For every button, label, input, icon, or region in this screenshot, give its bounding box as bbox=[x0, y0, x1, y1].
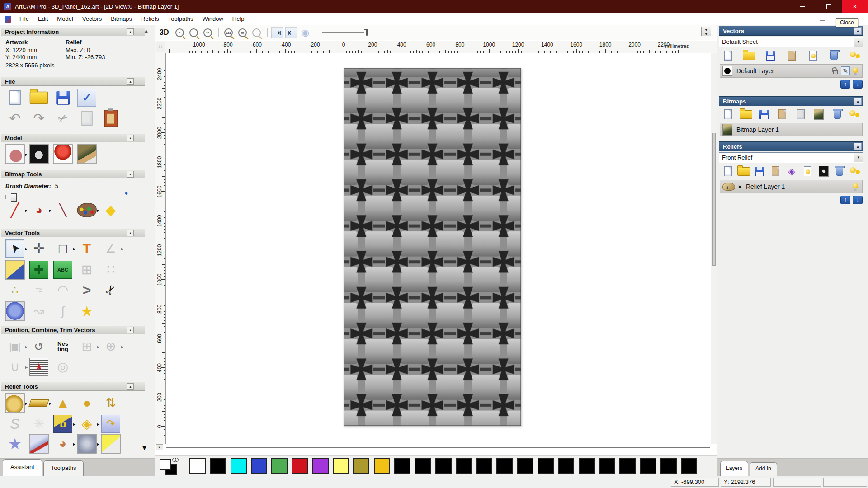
section-header-model[interactable]: Model ▲ bbox=[1, 134, 145, 142]
arc-fit-button[interactable]: ◠ bbox=[53, 281, 72, 299]
reliefs-header[interactable]: Reliefs ▲ bbox=[719, 141, 863, 151]
zoom-out-button[interactable]: − bbox=[187, 27, 200, 38]
create-rectangle-flyout[interactable]: ► bbox=[72, 247, 76, 251]
align-vectors-flyout[interactable]: ► bbox=[24, 345, 28, 349]
zoom-fit-button[interactable]: ▭ bbox=[236, 27, 249, 38]
stamp-relief-flyout[interactable]: ► bbox=[96, 422, 100, 427]
block-copy-button[interactable]: ⊞► bbox=[77, 338, 96, 356]
bevel-vectors-button[interactable]: > bbox=[77, 281, 96, 299]
palette-swatch-10[interactable] bbox=[394, 458, 410, 474]
vector-texture-button[interactable]: ★ bbox=[29, 358, 48, 376]
new-vector-layer-button[interactable] bbox=[721, 50, 735, 61]
paint-brush-button[interactable]: ╱► bbox=[5, 201, 24, 219]
hscroll-track[interactable] bbox=[166, 447, 710, 448]
palette-swatch-23[interactable] bbox=[660, 458, 677, 474]
zero-plane-button[interactable]: ► bbox=[29, 394, 48, 412]
join-vectors-button[interactable]: ∪► bbox=[5, 358, 24, 376]
dome-relief-button[interactable]: ● bbox=[77, 394, 96, 412]
palette-flyout[interactable]: ► bbox=[96, 208, 100, 213]
open-vector-layer-button[interactable] bbox=[742, 50, 756, 61]
combine-reliefs-button[interactable]: ⇅ bbox=[101, 394, 120, 412]
collapse-icon[interactable]: ▲ bbox=[854, 27, 862, 35]
select-vectors-flyout[interactable]: ► bbox=[24, 247, 28, 251]
vertical-scrollbar[interactable] bbox=[711, 53, 717, 444]
flood-fill-flyout[interactable]: ► bbox=[48, 208, 52, 213]
palette-swatch-8[interactable] bbox=[353, 458, 369, 474]
section-header-vector-tools[interactable]: Vector Tools ▲ bbox=[1, 229, 145, 237]
palette-swatch-16[interactable] bbox=[517, 458, 533, 474]
calculate-relief-flyout[interactable]: ► bbox=[24, 401, 28, 406]
collapse-icon[interactable]: ▲ bbox=[127, 78, 134, 85]
sheet-select[interactable]: Default Sheet ▼ bbox=[719, 37, 863, 47]
envelope-distort-button[interactable]: ⊞ bbox=[77, 261, 96, 279]
toggle-relief-visibility-button[interactable] bbox=[801, 165, 814, 177]
texture-relief-flyout[interactable]: ► bbox=[96, 442, 100, 446]
palette-swatch-7[interactable] bbox=[333, 458, 349, 474]
collapse-icon[interactable]: ▲ bbox=[127, 135, 134, 141]
tab-layers[interactable]: Layers bbox=[720, 461, 748, 476]
collapse-icon[interactable]: ▲ bbox=[127, 171, 134, 178]
merge-vector-layers-button[interactable] bbox=[785, 50, 798, 61]
create-rectangle-button[interactable]: □► bbox=[53, 239, 72, 258]
wrap-relief-button[interactable]: ↷ bbox=[101, 415, 120, 433]
preview-blend-button[interactable]: ◉ bbox=[299, 27, 311, 38]
expander-icon[interactable]: ▶ bbox=[739, 184, 742, 189]
move-layer-down-button[interactable]: ↓ bbox=[853, 80, 863, 89]
new-model-button[interactable] bbox=[5, 89, 24, 107]
greyscale-bitmap-button[interactable] bbox=[794, 108, 807, 120]
lighting-button[interactable] bbox=[53, 145, 72, 163]
layer-visibility-button[interactable] bbox=[851, 66, 860, 75]
stamp-relief-button[interactable]: ◈► bbox=[77, 415, 96, 433]
blend-slider[interactable] bbox=[322, 28, 368, 37]
zoom-object-button[interactable] bbox=[250, 27, 263, 38]
select-vectors-button[interactable]: ➤► bbox=[5, 239, 24, 258]
text-on-curve-button[interactable]: ↺ bbox=[29, 338, 48, 356]
menu-bitmaps[interactable]: Bitmaps bbox=[106, 13, 137, 25]
preferences-button[interactable]: ✓ bbox=[77, 89, 96, 107]
palette-swatch-3[interactable] bbox=[251, 458, 267, 474]
bitmap-layer-row[interactable]: Bitmap Layer 1 bbox=[720, 123, 863, 136]
save-vector-layer-button[interactable] bbox=[764, 50, 777, 61]
collapse-icon[interactable]: ▲ bbox=[127, 230, 134, 236]
new-relief-layer-button[interactable] bbox=[721, 165, 735, 177]
blend-slider-handle[interactable] bbox=[366, 29, 368, 36]
node-editing-button[interactable]: ∴ bbox=[5, 281, 24, 299]
zoom-1to1-button[interactable]: 1:1 bbox=[222, 27, 235, 38]
menu-model[interactable]: Model bbox=[52, 13, 77, 25]
save-bitmap-layer-button[interactable] bbox=[758, 108, 771, 120]
palette-swatch-13[interactable] bbox=[456, 458, 472, 474]
menu-vectors[interactable]: Vectors bbox=[78, 13, 106, 25]
collapse-icon[interactable]: ▲ bbox=[854, 98, 862, 105]
palette-swatch-0[interactable] bbox=[189, 458, 206, 474]
slice-relief-button[interactable]: ◕► bbox=[53, 435, 72, 453]
paste-text-block-button[interactable]: ABC bbox=[53, 261, 72, 279]
free-sketch-button[interactable]: ≈ bbox=[29, 281, 48, 299]
mdi-minimize-icon[interactable] bbox=[820, 20, 825, 21]
emboss-wizard-flyout[interactable]: ► bbox=[72, 422, 76, 427]
bitmap-eraser-button[interactable]: ◆ bbox=[101, 201, 120, 219]
link-colours-icon[interactable] bbox=[172, 458, 179, 462]
palette-swatch-14[interactable] bbox=[476, 458, 492, 474]
slider-handle[interactable] bbox=[11, 193, 17, 202]
smooth-relief-button[interactable]: ▲ bbox=[53, 394, 72, 412]
block-copy-flyout[interactable]: ► bbox=[96, 345, 100, 349]
all-relief-layers-on-button[interactable] bbox=[849, 165, 862, 177]
slice-relief-flyout[interactable]: ► bbox=[72, 442, 76, 446]
collapse-icon[interactable]: ▲ bbox=[127, 383, 134, 390]
palette-swatch-11[interactable] bbox=[415, 458, 431, 474]
panel-scroll-up-icon[interactable]: ▲ bbox=[144, 28, 149, 33]
section-header-project-information[interactable]: Project Information ▲ bbox=[1, 28, 145, 36]
palette-swatch-18[interactable] bbox=[558, 458, 574, 474]
minimize-button[interactable] bbox=[789, 0, 816, 13]
create-text-button[interactable]: T bbox=[77, 239, 96, 258]
save-model-button[interactable] bbox=[53, 89, 72, 107]
new-bitmap-layer-button[interactable] bbox=[721, 108, 735, 120]
chevron-down-icon[interactable]: ▼ bbox=[854, 153, 863, 162]
copy-button[interactable] bbox=[77, 109, 96, 127]
zoom-in-button[interactable]: + bbox=[173, 27, 186, 38]
offset-relief-button[interactable] bbox=[101, 435, 120, 453]
switch-3d-view-button[interactable]: 3D bbox=[160, 28, 169, 37]
magic-star-button[interactable]: ★ bbox=[77, 302, 96, 320]
greyscale-from-model-flyout[interactable]: ► bbox=[24, 152, 28, 157]
redo-button[interactable]: ↷ bbox=[29, 109, 48, 127]
